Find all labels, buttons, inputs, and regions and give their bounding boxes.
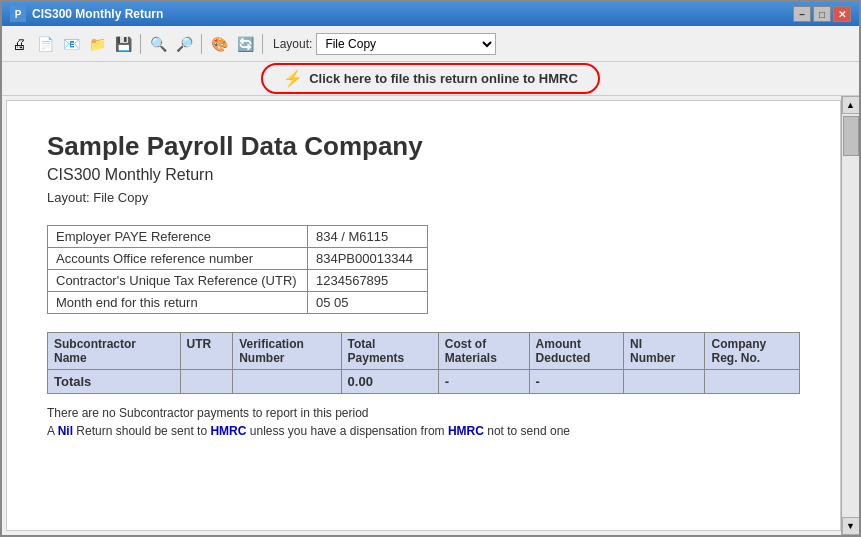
- layout-text: Layout: File Copy: [47, 190, 800, 205]
- info-row-paye: Employer PAYE Reference 834 / M6115: [48, 226, 428, 248]
- totals-deducted: -: [529, 370, 623, 394]
- separator-1: [140, 34, 141, 54]
- col-header-company-reg: CompanyReg. No.: [705, 333, 800, 370]
- layout-label: Layout:: [273, 37, 312, 51]
- separator-2: [201, 34, 202, 54]
- notice-middle: Return should be sent to: [73, 424, 210, 438]
- totals-company-reg: [705, 370, 800, 394]
- close-button[interactable]: ✕: [833, 6, 851, 22]
- totals-ni: [624, 370, 705, 394]
- lightning-icon: ⚡: [283, 69, 303, 88]
- totals-verification: [233, 370, 341, 394]
- hmrc-file-button[interactable]: ⚡ Click here to file this return online …: [261, 63, 600, 94]
- col-header-materials: Cost ofMaterials: [438, 333, 529, 370]
- info-label-utr: Contractor's Unique Tax Reference (UTR): [48, 270, 308, 292]
- subcontractor-table: SubcontractorName UTR VerificationNumber…: [47, 332, 800, 394]
- scroll-thumb[interactable]: [843, 116, 859, 156]
- col-header-ni: NINumber: [624, 333, 705, 370]
- notice-line-1: There are no Subcontractor payments to r…: [47, 406, 800, 420]
- layout-select[interactable]: File Copy: [316, 33, 496, 55]
- hmrc-link-2: HMRC: [448, 424, 484, 438]
- save-icon[interactable]: 💾: [112, 33, 134, 55]
- info-value-accounts: 834PB00013344: [308, 248, 428, 270]
- totals-row: Totals 0.00 - -: [48, 370, 800, 394]
- notice-suffix: unless you have a dispensation from: [246, 424, 447, 438]
- info-row-utr: Contractor's Unique Tax Reference (UTR) …: [48, 270, 428, 292]
- col-header-payments: TotalPayments: [341, 333, 438, 370]
- nil-text: Nil: [58, 424, 73, 438]
- app-icon: P: [10, 6, 26, 22]
- company-name: Sample Payroll Data Company: [47, 131, 800, 162]
- col-header-name: SubcontractorName: [48, 333, 181, 370]
- title-controls: – □ ✕: [793, 6, 851, 22]
- totals-materials: -: [438, 370, 529, 394]
- info-row-accounts: Accounts Office reference number 834PB00…: [48, 248, 428, 270]
- pdf-icon[interactable]: 📄: [34, 33, 56, 55]
- toolbar: 🖨 📄 📧 📁 💾 🔍 🔎 🎨 🔄 Layout: File Copy: [2, 26, 859, 62]
- hmrc-button-label: Click here to file this return online to…: [309, 71, 578, 86]
- notice-line-2: A Nil Return should be sent to HMRC unle…: [47, 424, 800, 438]
- folder-icon[interactable]: 📁: [86, 33, 108, 55]
- col-header-deducted: AmountDeducted: [529, 333, 623, 370]
- hmrc-banner: ⚡ Click here to file this return online …: [2, 62, 859, 96]
- totals-label: Totals: [48, 370, 181, 394]
- scrollbar: ▲ ▼: [841, 96, 859, 535]
- info-value-utr: 1234567895: [308, 270, 428, 292]
- info-label-month: Month end for this return: [48, 292, 308, 314]
- title-bar-left: P CIS300 Monthly Return: [10, 6, 163, 22]
- info-row-month: Month end for this return 05 05: [48, 292, 428, 314]
- color-icon[interactable]: 🎨: [208, 33, 230, 55]
- refresh-icon[interactable]: 🔄: [234, 33, 256, 55]
- scroll-up-button[interactable]: ▲: [842, 96, 860, 114]
- scroll-down-button[interactable]: ▼: [842, 517, 860, 535]
- info-value-paye: 834 / M6115: [308, 226, 428, 248]
- hmrc-link-1: HMRC: [210, 424, 246, 438]
- return-title: CIS300 Monthly Return: [47, 166, 800, 184]
- zoom-out-icon[interactable]: 🔎: [173, 33, 195, 55]
- separator-3: [262, 34, 263, 54]
- main-window: P CIS300 Monthly Return – □ ✕ 🖨 📄 📧 📁 💾 …: [0, 0, 861, 537]
- col-header-utr: UTR: [180, 333, 233, 370]
- info-table: Employer PAYE Reference 834 / M6115 Acco…: [47, 225, 428, 314]
- print-icon[interactable]: 🖨: [8, 33, 30, 55]
- email-icon[interactable]: 📧: [60, 33, 82, 55]
- totals-payments: 0.00: [341, 370, 438, 394]
- info-label-accounts: Accounts Office reference number: [48, 248, 308, 270]
- table-header-row: SubcontractorName UTR VerificationNumber…: [48, 333, 800, 370]
- col-header-verification: VerificationNumber: [233, 333, 341, 370]
- info-label-paye: Employer PAYE Reference: [48, 226, 308, 248]
- maximize-button[interactable]: □: [813, 6, 831, 22]
- document: Sample Payroll Data Company CIS300 Month…: [6, 100, 841, 531]
- totals-utr: [180, 370, 233, 394]
- content-area: Sample Payroll Data Company CIS300 Month…: [2, 96, 859, 535]
- notice-end: not to send one: [484, 424, 570, 438]
- window-title: CIS300 Monthly Return: [32, 7, 163, 21]
- title-bar: P CIS300 Monthly Return – □ ✕: [2, 2, 859, 26]
- zoom-in-icon[interactable]: 🔍: [147, 33, 169, 55]
- minimize-button[interactable]: –: [793, 6, 811, 22]
- notice-prefix: A: [47, 424, 58, 438]
- info-value-month: 05 05: [308, 292, 428, 314]
